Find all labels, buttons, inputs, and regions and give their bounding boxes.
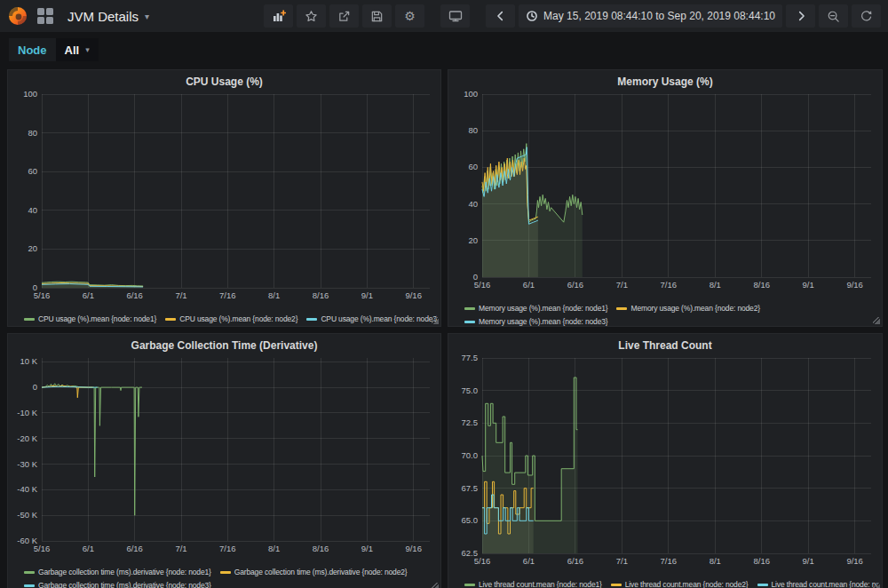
y-axis-label: 10 K — [20, 356, 37, 366]
panel-title[interactable]: Garbage Collection Time (Derivative) — [12, 337, 437, 354]
legend-label: Memory usage (%).mean {node: node3} — [479, 315, 607, 329]
legend-item[interactable]: Garbage collection time (ms).derivative … — [24, 579, 211, 588]
chevron-right-icon — [795, 10, 807, 22]
y-axis-label: -30 K — [17, 459, 37, 469]
dashboard-title-dropdown[interactable]: JVM Details ▾ — [62, 8, 155, 25]
time-range-label: May 15, 2019 08:44:10 to Sep 20, 2019 08… — [543, 10, 775, 22]
x-axis-label: 5/16 — [34, 290, 51, 300]
dashboards-grid-icon[interactable] — [37, 8, 53, 24]
variable-selected-value: All — [65, 44, 80, 57]
save-button[interactable] — [362, 4, 392, 28]
cycle-view-button[interactable] — [440, 4, 470, 28]
share-icon — [337, 10, 351, 23]
legend: Live thread count.mean {node: node1}Live… — [452, 578, 878, 588]
legend-color-dash — [24, 584, 35, 587]
y-axis-label: 75.0 — [462, 385, 479, 395]
time-forward-button[interactable] — [786, 4, 815, 28]
x-axis-label: 8/1 — [268, 290, 280, 300]
legend-label: CPU usage (%).mean {node: node2} — [179, 313, 297, 326]
gear-icon: ⚙ — [404, 10, 416, 22]
legend-row: Memory usage (%).mean {node: node1}Memor… — [464, 302, 878, 315]
y-axis-label: 67.5 — [462, 483, 479, 493]
legend-item[interactable]: Live thread count.mean {node: node3} — [757, 578, 879, 588]
x-axis-label: 8/16 — [313, 544, 329, 553]
legend-row: CPU usage (%).mean {node: node1}CPU usag… — [24, 313, 437, 326]
legend-item[interactable]: Garbage collection time (ms).derivative … — [220, 566, 408, 579]
legend-color-dash — [616, 307, 627, 310]
variable-label: Node — [9, 38, 56, 61]
y-axis-label: 40 — [468, 199, 478, 209]
panel-resize-handle[interactable] — [873, 583, 880, 588]
panel-resize-handle[interactable] — [432, 583, 439, 588]
x-axis-label: 5/16 — [474, 280, 491, 290]
refresh-button[interactable] — [852, 4, 881, 28]
panel-title[interactable]: Live Thread Count — [452, 337, 878, 354]
chevron-down-icon: ▾ — [145, 12, 149, 21]
x-axis-label: 6/16 — [126, 544, 143, 553]
x-axis-label: 8/16 — [313, 290, 329, 300]
panel-resize-handle[interactable] — [432, 317, 439, 324]
x-axis-label: 6/16 — [126, 290, 143, 300]
time-back-button[interactable] — [486, 4, 515, 28]
x-axis-label: 6/16 — [567, 556, 584, 566]
variable-value-dropdown[interactable]: All ▾ — [56, 38, 99, 61]
save-icon — [370, 10, 384, 23]
legend-label: Memory usage (%).mean {node: node2} — [630, 302, 759, 315]
legend-label: CPU usage (%).mean {node: node3} — [321, 313, 437, 326]
grafana-logo-icon[interactable] — [7, 5, 28, 27]
x-axis-label: 5/16 — [34, 544, 51, 553]
y-axis-label: 65.0 — [462, 515, 479, 525]
legend-item[interactable]: Memory usage (%).mean {node: node2} — [616, 302, 759, 315]
legend: Garbage collection time (ms).derivative … — [12, 566, 437, 588]
x-axis-label: 9/16 — [405, 544, 422, 553]
x-axis-label: 8/16 — [753, 280, 770, 290]
legend-item[interactable]: Memory usage (%).mean {node: node1} — [464, 302, 607, 315]
star-icon — [305, 10, 318, 23]
x-axis-label: 9/16 — [405, 290, 422, 300]
x-axis-label: 6/1 — [83, 290, 94, 300]
panel-resize-handle[interactable] — [873, 317, 880, 324]
x-axis-label: 9/16 — [846, 280, 863, 290]
chevron-down-icon: ▾ — [85, 45, 90, 54]
x-axis-label: 7/1 — [175, 544, 186, 553]
y-axis-label: 20 — [468, 235, 478, 245]
legend-item[interactable]: Memory usage (%).mean {node: node3} — [464, 315, 607, 329]
panel-live-thread-count: Live Thread Count 77.575.072.570.067.565… — [448, 333, 883, 588]
chart-canvas[interactable]: 10 K0-10 K-20 K-30 K-40 K-50 K-60 K5/166… — [12, 354, 435, 555]
legend-item[interactable]: CPU usage (%).mean {node: node1} — [24, 313, 156, 326]
time-range-picker[interactable]: May 15, 2019 08:44:10 to Sep 20, 2019 08… — [519, 4, 782, 28]
navbar: JVM Details ▾ — [0, 0, 888, 32]
y-axis-label: -10 K — [17, 408, 37, 417]
legend-item[interactable]: Live thread count.mean {node: node1} — [464, 578, 602, 588]
y-axis-label: -20 K — [17, 433, 37, 443]
legend-row: Memory usage (%).mean {node: node3} — [464, 315, 878, 329]
panel-title[interactable]: Memory Usage (%) — [452, 73, 878, 91]
monitor-icon — [448, 9, 463, 23]
y-axis-label: 70.0 — [462, 450, 479, 460]
chart-canvas[interactable]: 1008060402005/166/16/167/17/168/18/169/1… — [452, 91, 876, 291]
legend-item[interactable]: Garbage collection time (ms).derivative … — [24, 566, 211, 579]
chart-canvas[interactable]: 1008060402005/166/16/167/17/168/18/169/1… — [12, 91, 435, 302]
legend-color-dash — [24, 571, 35, 574]
series-line — [42, 386, 98, 387]
legend-item[interactable]: Live thread count.mean {node: node2} — [611, 578, 749, 588]
legend-row: Garbage collection time (ms).derivative … — [24, 566, 437, 579]
legend: Memory usage (%).mean {node: node1}Memor… — [452, 302, 878, 329]
share-button[interactable] — [329, 4, 359, 28]
add-panel-button[interactable] — [264, 4, 293, 28]
x-axis-label: 9/1 — [361, 290, 373, 300]
settings-button[interactable]: ⚙ — [395, 4, 424, 28]
x-axis-label: 6/1 — [523, 556, 535, 566]
star-button[interactable] — [297, 4, 326, 28]
chart-canvas[interactable]: 77.575.072.570.067.565.062.55/166/16/167… — [452, 354, 876, 568]
panel-title[interactable]: CPU Usage (%) — [12, 73, 437, 91]
legend-color-dash — [757, 584, 768, 586]
legend-item[interactable]: CPU usage (%).mean {node: node3} — [306, 313, 437, 326]
panel-garbage-collection-time: Garbage Collection Time (Derivative) 10 … — [7, 333, 441, 588]
legend-item[interactable]: CPU usage (%).mean {node: node2} — [165, 313, 297, 326]
x-axis-label: 7/16 — [219, 290, 236, 300]
x-axis-label: 7/1 — [175, 290, 186, 300]
legend-label: Live thread count.mean {node: node3} — [772, 578, 879, 588]
zoom-out-button[interactable] — [819, 4, 848, 28]
legend-color-dash — [464, 584, 475, 586]
